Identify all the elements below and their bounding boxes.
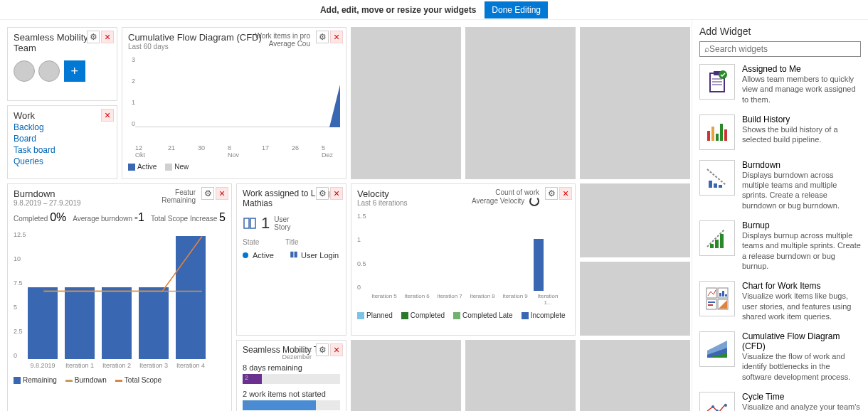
widget-catalog-item[interactable]: Cumulative Flow Diagram (CFD)Visualize t… — [699, 331, 861, 382]
empty-slot[interactable] — [580, 183, 690, 257]
burndown-metric: FeaturRemaining — [162, 188, 196, 204]
book-icon — [290, 250, 298, 260]
cfd-metric: Work items in proAverage Cou — [255, 32, 310, 48]
svg-rect-24 — [706, 288, 716, 298]
close-icon[interactable]: × — [101, 31, 114, 43]
close-icon[interactable]: × — [330, 187, 343, 200]
close-icon[interactable]: × — [330, 343, 343, 356]
svg-rect-22 — [715, 240, 719, 248]
svg-rect-10 — [707, 131, 710, 141]
legend: Planned Completed Completed Late Incompl… — [357, 311, 569, 319]
book-icon — [243, 216, 257, 230]
cycle-time-icon — [699, 392, 735, 411]
gear-icon[interactable]: ⚙ — [201, 187, 214, 200]
add-widget-panel: Add Widget ⌕ Assigned to MeAllows team m… — [692, 20, 868, 411]
days-remaining: 8 days remaining — [243, 363, 340, 372]
panel-title: Add Widget — [699, 26, 861, 37]
svg-rect-16 — [709, 181, 712, 188]
velocity-metric: Count of workAverage Velocity — [472, 188, 539, 206]
svg-point-41 — [724, 404, 727, 407]
svg-point-38 — [711, 405, 714, 408]
close-icon[interactable]: × — [216, 187, 228, 200]
avatar[interactable] — [38, 60, 60, 82]
cfd-widget[interactable]: ⚙ × Cumulative Flow Diagram (CFD) Last 6… — [122, 27, 346, 179]
empty-slot[interactable] — [580, 340, 690, 411]
not-started: 2 work items not started — [243, 390, 340, 398]
burndown-stats: Completed 0% Average burndown -1 Total S… — [14, 211, 226, 224]
velocity-widget[interactable]: ⚙ × Velocity Last 6 iterations Count of … — [351, 183, 576, 336]
x-axis: 9.8.2019Iteration 1Iteration 2Iteration … — [14, 362, 226, 369]
svg-rect-23 — [720, 234, 724, 248]
svg-rect-14 — [724, 129, 727, 141]
legend: Remaining Burndown Total Scope — [14, 376, 226, 384]
svg-rect-3 — [295, 252, 297, 257]
dashboard-grid: ⚙ × Seamless Mobility Team + ⚙ × Cumulat… — [0, 20, 692, 411]
empty-slot[interactable] — [580, 27, 690, 179]
svg-rect-26 — [719, 293, 721, 297]
burndown-icon — [699, 160, 735, 196]
svg-rect-28 — [725, 294, 727, 297]
empty-slot[interactable] — [580, 262, 690, 336]
empty-slot[interactable] — [351, 27, 461, 179]
burnup-icon — [699, 220, 735, 256]
gear-icon[interactable]: ⚙ — [316, 31, 329, 43]
empty-slot[interactable] — [351, 340, 461, 411]
sprint-widget[interactable]: ⚙ × Seamless Mobility T... 9. DezDezembe… — [236, 340, 346, 411]
widget-catalog-item[interactable]: BurnupDisplays burnup across multiple te… — [699, 220, 861, 271]
widget-catalog-item[interactable]: Chart for Work ItemsVisualize work items… — [699, 281, 861, 321]
gear-icon[interactable]: ⚙ — [87, 31, 100, 43]
search-input[interactable]: ⌕ — [699, 41, 861, 57]
queries-link[interactable]: Queries — [14, 156, 111, 166]
add-member-button[interactable]: + — [64, 60, 85, 82]
close-icon[interactable]: × — [330, 31, 343, 43]
close-icon[interactable]: × — [101, 109, 114, 122]
table-row[interactable]: Active User Login — [243, 250, 340, 260]
svg-rect-17 — [714, 183, 717, 188]
empty-slot[interactable] — [465, 340, 576, 411]
widget-title: Work — [14, 110, 111, 121]
avatar[interactable] — [14, 60, 35, 82]
search-icon: ⌕ — [704, 44, 709, 54]
gear-icon[interactable]: ⚙ — [316, 343, 329, 356]
editing-toolbar: Add, edit, move or resize your widgets D… — [0, 0, 868, 20]
cfd-icon — [699, 331, 735, 367]
svg-rect-1 — [250, 218, 255, 228]
empty-slot[interactable] — [465, 27, 576, 179]
svg-rect-0 — [244, 218, 249, 228]
svg-rect-21 — [710, 244, 714, 248]
svg-marker-33 — [719, 300, 727, 309]
widget-catalog-item[interactable]: Build HistoryShows the build history of … — [699, 114, 861, 150]
gear-icon[interactable]: ⚙ — [316, 187, 329, 200]
x-axis: Iteration 5Iteration 6Iteration 7Iterati… — [357, 293, 569, 306]
team-members-widget[interactable]: ⚙ × Seamless Mobility Team + — [7, 27, 117, 101]
backlog-link[interactable]: Backlog — [14, 122, 111, 132]
legend: Active New — [128, 163, 340, 171]
widget-catalog-item[interactable]: Cycle TimeVisualize and analyze your tea… — [699, 392, 861, 411]
gear-icon[interactable]: ⚙ — [545, 187, 558, 200]
table-header: StateTitle — [243, 238, 340, 246]
progress-bar: 3 — [243, 400, 340, 410]
board-link[interactable]: Board — [14, 134, 111, 144]
done-editing-button[interactable]: Done Editing — [485, 1, 548, 18]
widget-catalog-item[interactable]: Assigned to MeAllows team members to qui… — [699, 64, 861, 105]
assigned-widget[interactable]: ⚙ × Work assigned to Lange, Mathias 1 Us… — [236, 183, 346, 336]
widget-catalog-item[interactable]: BurndownDisplays burndown across multipl… — [699, 160, 861, 210]
work-links-widget[interactable]: × Work Backlog Board Task board Queries — [7, 105, 117, 179]
svg-rect-27 — [722, 291, 724, 297]
x-axis: 12Okt21308Nov17265Dez — [128, 144, 340, 159]
svg-rect-12 — [716, 134, 719, 141]
close-icon[interactable]: × — [559, 187, 572, 200]
svg-rect-11 — [711, 127, 714, 141]
svg-rect-2 — [290, 252, 293, 257]
spinner-icon — [529, 196, 539, 206]
clipboard-icon — [699, 64, 735, 100]
user-story-count: 1 UserStory — [243, 214, 340, 233]
svg-rect-18 — [719, 185, 722, 188]
progress-bar: 2 — [243, 374, 340, 384]
cfd-chart: 3210 — [135, 56, 340, 142]
chart-grid-icon — [699, 281, 735, 316]
burndown-chart: 12.5107.552.50 — [14, 231, 226, 359]
burndown-widget[interactable]: ⚙ × Burndown 9.8.2019 – 27.9.2019 Featur… — [7, 183, 232, 411]
velocity-chart: 1.510.50 — [357, 213, 569, 291]
taskboard-link[interactable]: Task board — [14, 145, 111, 155]
